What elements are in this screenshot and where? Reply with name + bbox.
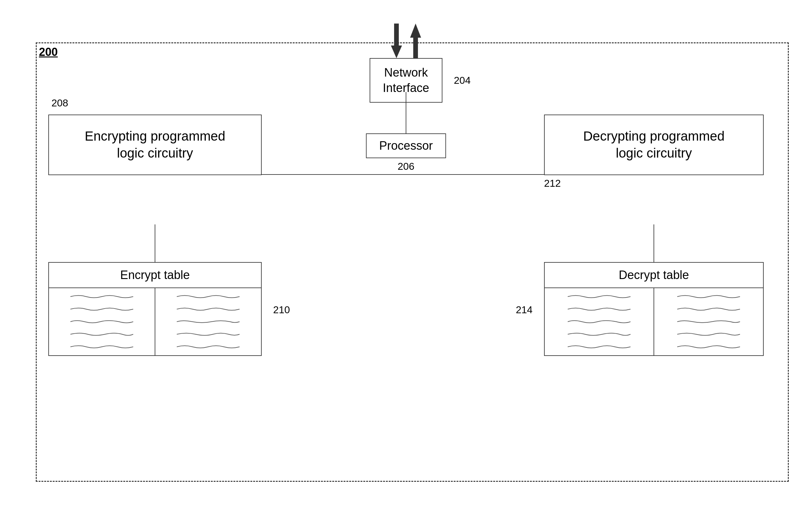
- diagram-label: 200: [39, 45, 58, 59]
- encrypt-block-box: Encrypting programmedlogic circuitry: [48, 115, 262, 175]
- ref-208: 208: [51, 97, 68, 109]
- encrypt-area: 208 Encrypting programmedlogic circuitry: [48, 115, 262, 175]
- decrypt-table-area: Decrypt table: [544, 262, 764, 356]
- wavy-line-icon: [163, 319, 253, 325]
- wavy-line-icon: [552, 319, 646, 325]
- network-interface-label: NetworkInterface: [383, 66, 429, 95]
- decrypt-table-header: Decrypt table: [545, 263, 763, 288]
- wavy-line-icon: [56, 319, 147, 325]
- encrypt-table-header: Encrypt table: [49, 263, 261, 288]
- decrypt-block-box: Decrypting programmedlogic circuitry: [544, 115, 764, 175]
- wavy-line-icon: [163, 344, 253, 350]
- wavy-line-icon: [163, 306, 253, 312]
- encrypt-to-table-line: [155, 224, 155, 262]
- encrypt-col-2: [155, 288, 261, 355]
- wavy-line-icon: [662, 306, 756, 312]
- wavy-line-icon: [552, 344, 646, 350]
- wavy-line-icon: [552, 331, 646, 337]
- up-arrow-icon: [407, 23, 424, 58]
- wavy-line-icon: [56, 306, 147, 312]
- wavy-line-icon: [662, 331, 756, 337]
- ref-204: 204: [454, 74, 471, 86]
- wavy-line-icon: [552, 306, 646, 312]
- processor-label: Processor: [379, 139, 433, 152]
- wavy-line-icon: [163, 331, 253, 337]
- ref-214: 214: [516, 304, 533, 316]
- decrypt-col-2: [654, 288, 763, 355]
- processor-box: Processor: [366, 133, 446, 158]
- encrypt-table-box: Encrypt table: [48, 262, 262, 356]
- page-container: 200 NetworkInterface 204: [17, 17, 795, 488]
- decrypt-block-label: Decrypting programmedlogic circuitry: [583, 129, 725, 161]
- svg-rect-1: [394, 23, 399, 47]
- encrypt-col-1: [49, 288, 155, 355]
- decrypt-col-1: [545, 288, 654, 355]
- bidirectional-arrows: [388, 27, 424, 58]
- wavy-line-icon: [662, 294, 756, 299]
- svg-marker-4: [410, 23, 421, 38]
- decrypt-table-box: Decrypt table: [544, 262, 764, 356]
- ref-210: 210: [273, 304, 290, 316]
- encrypt-block-label: Encrypting programmedlogic circuitry: [85, 129, 225, 161]
- wavy-line-icon: [56, 331, 147, 337]
- ref-206: 206: [398, 161, 414, 172]
- encrypt-table-body: [49, 288, 261, 355]
- decrypt-area: 212 Decrypting programmedlogic circuitry: [544, 115, 764, 175]
- decrypt-table-body: [545, 288, 763, 355]
- proc-to-encrypt-line: [240, 174, 406, 175]
- encrypt-table-area: Encrypt table: [48, 262, 262, 356]
- ref-212: 212: [544, 178, 561, 189]
- wavy-line-icon: [662, 319, 756, 325]
- decrypt-to-table-line: [653, 224, 654, 262]
- wavy-line-icon: [552, 294, 646, 299]
- ni-to-proc-line: [406, 92, 406, 136]
- wavy-line-icon: [56, 294, 147, 299]
- processor-area: Processor 206: [366, 133, 446, 158]
- svg-rect-3: [413, 34, 418, 58]
- down-arrow-icon: [388, 23, 405, 58]
- network-interface-area: NetworkInterface 204: [370, 27, 442, 103]
- wavy-line-icon: [662, 344, 756, 350]
- wavy-line-icon: [56, 344, 147, 350]
- svg-marker-2: [391, 45, 402, 58]
- wavy-line-icon: [163, 294, 253, 299]
